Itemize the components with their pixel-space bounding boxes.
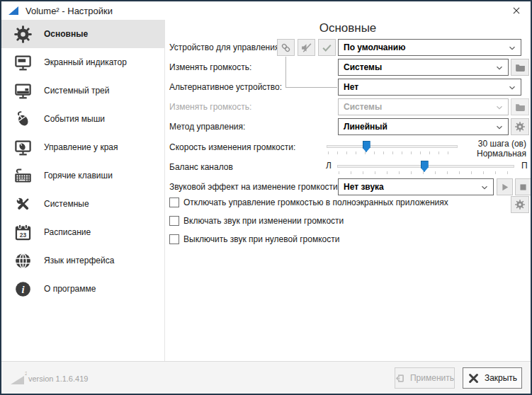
apply-button-label: Применить	[410, 373, 454, 383]
apply-icon	[395, 372, 405, 385]
volume-target-select[interactable]: Системы	[338, 59, 509, 76]
checkbox-label: Включать звук при изменении громкости	[183, 216, 344, 226]
alt-device-select[interactable]: Нет	[338, 79, 521, 96]
volume2-logo-gray: 2	[10, 370, 27, 386]
method-label: Метод управления:	[169, 118, 245, 135]
checkbox[interactable]	[169, 234, 179, 244]
device-select[interactable]: По умолчанию	[338, 39, 521, 56]
checkbox[interactable]	[169, 216, 179, 226]
stop-icon	[518, 182, 528, 193]
sound-on-change-checkbox-row[interactable]: Включать звук при изменении громкости	[169, 216, 344, 226]
checkbox[interactable]	[169, 198, 179, 207]
close-button[interactable]: Закрыть	[463, 367, 522, 389]
browse-app-button[interactable]	[511, 59, 529, 76]
calendar-icon: 23	[11, 223, 35, 242]
gear-icon	[11, 25, 35, 44]
muted-speaker-icon	[300, 42, 312, 54]
chevron-down-icon	[494, 63, 504, 73]
balance-right-mark: П	[521, 159, 528, 173]
sidebar-item-language[interactable]: Язык интерфейса	[1, 246, 164, 275]
sidebar-item-label: О программе	[44, 284, 96, 294]
volume2-app-icon	[8, 5, 19, 16]
volume-target-value: Системы	[344, 62, 382, 72]
sound-effect-label: Звуковой эффект на изменение громкости:	[169, 178, 340, 195]
close-x-icon	[468, 372, 480, 384]
alt-device-value: Нет	[344, 82, 358, 92]
sidebar-item-system[interactable]: Системные	[1, 190, 164, 218]
mute-device-button[interactable]	[298, 39, 315, 56]
sidebar-item-label: Основные	[44, 29, 88, 39]
balance-slider[interactable]	[337, 160, 514, 174]
sound-effect-value: Нет звука	[344, 182, 384, 192]
stop-sound-button[interactable]	[515, 178, 531, 195]
browse-alt-app-button	[511, 98, 529, 115]
sidebar-item-system-tray[interactable]: Системный трей	[1, 76, 164, 105]
sound-effect-select[interactable]: Нет звука	[338, 178, 494, 195]
speed-steps: 30 шага (ов)	[448, 139, 526, 149]
chevron-down-icon	[480, 183, 489, 193]
sidebar-item-label: Язык интерфейса	[44, 256, 114, 265]
window-close-button[interactable]	[509, 4, 524, 18]
sidebar-item-label: Горячие клавиши	[44, 171, 113, 181]
gear-icon	[514, 121, 526, 132]
checkmark-icon	[321, 42, 333, 54]
tools-icon	[11, 195, 35, 214]
speed-label: Скорость изменения громкости:	[169, 139, 295, 156]
apply-button[interactable]: Применить	[395, 367, 455, 389]
sidebar-item-screen-indicator[interactable]: Экранный индикатор	[1, 48, 164, 76]
link-devices-button[interactable]	[277, 39, 295, 56]
sidebar-item-hotkeys[interactable]: Горячие клавиши	[1, 161, 164, 190]
mouse-icon	[11, 110, 35, 129]
alt-volume-target-label: Изменять громкость:	[169, 98, 251, 115]
sidebar-item-label: Системные	[44, 199, 89, 209]
device-link-connector	[285, 57, 337, 88]
fullscreen-disable-checkbox-row[interactable]: Отключать управление громкостью в полноэ…	[169, 198, 448, 207]
method-select[interactable]: Линейный	[338, 118, 509, 135]
edge-control-icon	[11, 138, 35, 157]
slider-thumb[interactable]	[363, 141, 370, 152]
sidebar-item-general[interactable]: Основные	[1, 20, 164, 48]
volume-speed-slider[interactable]	[327, 140, 458, 154]
slider-ticks	[339, 171, 513, 174]
speed-info: 30 шага (ов) Нормальная	[448, 139, 526, 159]
sidebar-item-schedule[interactable]: 23 Расписание	[1, 218, 164, 246]
folder-icon	[514, 62, 526, 74]
fullscreen-settings-button[interactable]	[511, 196, 529, 213]
alt-device-label: Альтернативное устройство:	[169, 79, 282, 96]
sidebar-item-mouse-events[interactable]: События мыши	[1, 105, 164, 133]
confirm-device-button[interactable]	[318, 39, 336, 56]
monitor-icon	[11, 53, 35, 72]
volume-target-label: Изменять громкость:	[169, 59, 251, 76]
play-icon	[499, 182, 510, 193]
slider-track	[327, 145, 458, 148]
alt-volume-target-value: Системы	[344, 102, 382, 112]
mute-at-zero-checkbox-row[interactable]: Выключить звук при нулевой громкости	[169, 234, 339, 244]
link-icon	[280, 42, 292, 54]
balance-label: Баланс каналов	[169, 159, 233, 176]
method-settings-button[interactable]	[511, 118, 529, 135]
play-sound-button[interactable]	[497, 178, 513, 195]
window-title: Volume² - Настройки	[26, 6, 113, 16]
svg-text:23: 23	[19, 231, 26, 238]
sidebar-item-label: Системный трей	[44, 86, 110, 96]
folder-icon	[514, 101, 526, 113]
globe-icon	[11, 251, 35, 270]
chevron-down-icon	[494, 103, 504, 113]
slider-thumb[interactable]	[421, 161, 429, 172]
sidebar-item-label: Расписание	[44, 227, 91, 237]
sidebar-item-about[interactable]: i О программе	[1, 275, 164, 303]
chevron-down-icon	[507, 83, 517, 93]
close-icon	[511, 6, 521, 16]
info-icon: i	[11, 280, 35, 299]
title-bar: Volume² - Настройки	[1, 1, 531, 20]
close-button-label: Закрыть	[485, 373, 517, 383]
checkbox-label: Выключить звук при нулевой громкости	[183, 234, 339, 244]
chevron-down-icon	[507, 43, 517, 53]
page-title: Основные	[165, 21, 531, 35]
chevron-down-icon	[494, 122, 504, 132]
balance-left-mark: Л	[326, 159, 332, 173]
gear-icon	[514, 199, 526, 210]
sidebar-item-label: Управление у края	[44, 142, 118, 152]
settings-window: Volume² - Настройки	[0, 0, 532, 395]
sidebar-item-edge-control[interactable]: Управление у края	[1, 133, 164, 161]
